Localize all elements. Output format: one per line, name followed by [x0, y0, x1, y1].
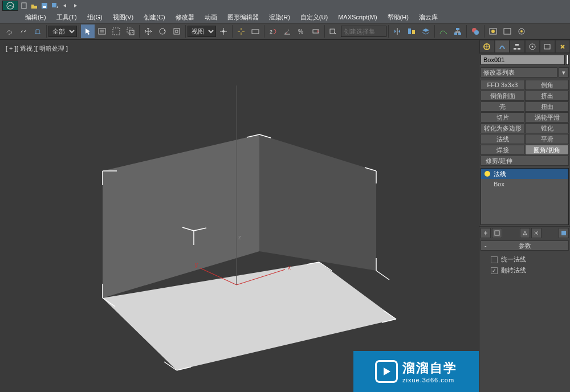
mirror-icon[interactable] [390, 24, 404, 38]
stack-item-label: 法线 [494, 170, 506, 178]
select-name-icon[interactable] [95, 24, 109, 38]
redo-icon[interactable] [71, 1, 80, 10]
mod-taper[interactable]: 锥化 [525, 123, 569, 133]
parameters-rollout-header[interactable]: - 参数 [481, 240, 569, 251]
flip-normals-checkbox[interactable] [491, 267, 498, 274]
render-icon[interactable] [515, 24, 528, 38]
link-icon[interactable] [2, 24, 16, 38]
layers-icon[interactable] [419, 24, 433, 38]
pin-stack-icon[interactable] [481, 228, 491, 238]
menu-edit[interactable]: 编辑(E) [21, 12, 51, 23]
manipulate-icon[interactable] [234, 24, 248, 38]
svg-text:2: 2 [270, 29, 272, 35]
stack-item-normal[interactable]: 法线 [481, 169, 568, 179]
menu-group[interactable]: 组(G) [83, 12, 107, 23]
material-editor-icon[interactable] [469, 24, 482, 38]
svg-point-32 [474, 30, 479, 35]
menu-tools[interactable]: 工具(T) [52, 12, 82, 23]
svg-rect-24 [412, 30, 415, 34]
modify-tab[interactable] [495, 40, 510, 53]
scale-icon[interactable] [170, 24, 184, 38]
svg-text:%: % [298, 28, 303, 35]
menu-views[interactable]: 视图(V) [108, 12, 139, 23]
selection-set-input[interactable] [341, 26, 386, 37]
mod-smooth[interactable]: 平滑 [525, 134, 569, 144]
unify-normals-checkbox[interactable] [491, 256, 498, 263]
mod-shell[interactable]: 壳 [481, 101, 524, 112]
mod-chamfer[interactable]: 倒角 [525, 80, 569, 90]
bind-icon[interactable] [31, 24, 44, 38]
object-name-input[interactable] [481, 55, 565, 65]
keyboard-icon[interactable] [249, 24, 262, 38]
menu-create[interactable]: 创建(C) [139, 12, 169, 23]
motion-tab[interactable] [525, 40, 540, 53]
mod-slice[interactable]: 切片 [481, 112, 524, 122]
make-unique-icon[interactable] [520, 228, 530, 238]
create-tab[interactable] [479, 40, 495, 53]
modifier-stack[interactable]: 法线 Box [481, 168, 569, 225]
mod-weld[interactable]: 焊接 [481, 145, 524, 155]
svg-point-52 [531, 46, 533, 47]
menu-modifiers[interactable]: 修改器 [171, 12, 199, 23]
mod-turbosmooth[interactable]: 涡轮平滑 [525, 112, 569, 122]
menu-animation[interactable]: 动画 [200, 12, 222, 23]
mod-extrude[interactable]: 挤出 [525, 91, 569, 101]
mod-editpoly[interactable]: 转化为多边形 [481, 123, 524, 133]
rollout-title: 参数 [519, 242, 531, 250]
show-end-icon[interactable] [492, 228, 502, 238]
configure-sets-icon[interactable] [559, 228, 569, 238]
pivot-icon[interactable] [217, 24, 230, 38]
menu-help[interactable]: 帮助(H) [383, 12, 413, 23]
stack-item-box[interactable]: Box [481, 179, 568, 189]
select-icon[interactable] [81, 24, 95, 38]
chevron-down-icon[interactable]: ▾ [559, 67, 569, 77]
menu-liuyun[interactable]: 溜云库 [414, 12, 442, 23]
bulb-icon[interactable] [484, 171, 490, 177]
snap-percent-icon[interactable]: % [295, 24, 308, 38]
command-panel-tabs [479, 40, 570, 54]
svg-rect-3 [43, 6, 46, 8]
selection-filter-select[interactable]: 全部 [48, 26, 77, 37]
new-file-icon[interactable] [19, 1, 28, 10]
mod-normal[interactable]: 法线 [481, 134, 524, 144]
menu-maxscript[interactable]: MAXScript(M) [333, 13, 381, 22]
object-color-swatch[interactable] [566, 55, 569, 65]
spinner-snap-icon[interactable] [309, 24, 323, 38]
render-setup-icon[interactable] [486, 24, 500, 38]
display-tab[interactable] [540, 40, 555, 53]
hierarchy-tab[interactable] [510, 40, 525, 53]
svg-rect-13 [174, 28, 180, 34]
app-logo[interactable] [2, 1, 18, 11]
coord-system-select[interactable]: 视图 [188, 26, 216, 37]
menu-customize[interactable]: 自定义(U) [296, 12, 332, 23]
mod-fillet[interactable]: 圆角/切角 [525, 145, 569, 155]
svg-rect-48 [515, 44, 519, 46]
curve-editor-icon[interactable] [437, 24, 450, 38]
save-plus-icon[interactable]: + [50, 1, 59, 10]
menu-render[interactable]: 渲染(R) [264, 12, 295, 23]
snap-angle-icon[interactable] [280, 24, 294, 38]
stack-item-label: Box [494, 181, 504, 187]
mod-trim-extend[interactable]: 修剪/延伸 [481, 156, 569, 166]
modifier-list-dropdown[interactable]: 修改器列表 [481, 67, 557, 77]
align-icon[interactable] [405, 24, 418, 38]
menu-graph[interactable]: 图形编辑器 [223, 12, 263, 23]
edit-selection-icon[interactable] [327, 24, 340, 38]
remove-mod-icon[interactable] [531, 228, 542, 238]
mod-bevel-profile[interactable]: 倒角剖面 [481, 91, 524, 101]
save-icon[interactable] [40, 1, 49, 10]
viewport[interactable]: [ + ][ 透视 ][ 明暗处理 ] [0, 40, 479, 392]
unlink-icon[interactable] [17, 24, 30, 38]
undo-icon[interactable] [60, 1, 70, 10]
rotate-icon[interactable] [156, 24, 169, 38]
utilities-tab[interactable] [555, 40, 571, 53]
mod-twist[interactable]: 扭曲 [525, 101, 569, 112]
select-region-icon[interactable] [109, 24, 123, 38]
move-icon[interactable] [141, 24, 155, 38]
mod-ffd[interactable]: FFD 3x3x3 [481, 80, 524, 90]
open-file-icon[interactable] [30, 1, 39, 10]
snap-2d-icon[interactable]: 2 [266, 24, 280, 38]
render-frame-icon[interactable] [500, 24, 514, 38]
window-crossing-icon[interactable] [124, 24, 137, 38]
schematic-icon[interactable] [451, 24, 465, 38]
